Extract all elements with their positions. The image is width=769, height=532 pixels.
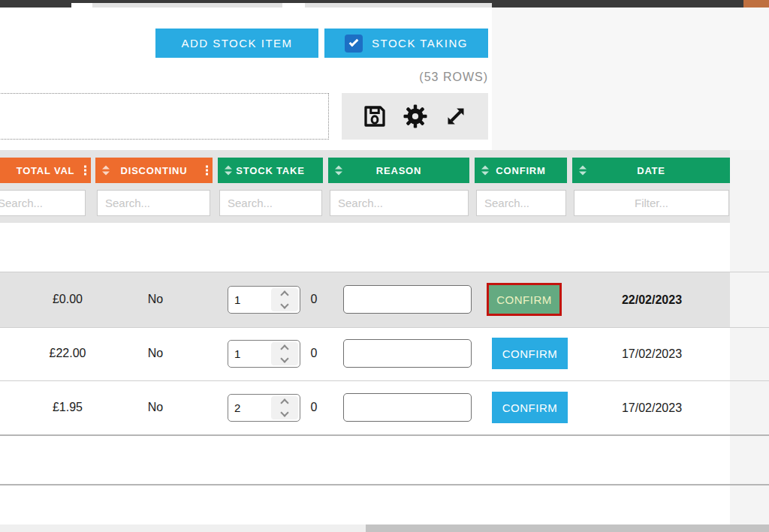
stock-take-quantity-input[interactable] — [228, 395, 270, 421]
filter-input-discontinued[interactable] — [97, 190, 210, 216]
row-divider — [0, 434, 769, 436]
row-divider — [0, 484, 769, 485]
cell-total-value: £1.95 — [15, 399, 120, 416]
spinner-buttons[interactable] — [271, 396, 298, 419]
column-label: REASON — [376, 165, 421, 176]
spinner-up-icon[interactable] — [280, 344, 288, 353]
spinner-buttons[interactable] — [271, 342, 298, 365]
sort-icon[interactable] — [481, 166, 489, 176]
stock-management-page: ADD STOCK ITEM STOCK TAKING (53 ROWS) — [0, 0, 769, 532]
stock-take-spinner[interactable] — [228, 286, 300, 314]
column-label: TOTAL VAL — [17, 165, 75, 176]
add-stock-item-label: ADD STOCK ITEM — [181, 37, 292, 50]
cell-discontinued: No — [120, 399, 191, 416]
check-icon — [349, 38, 359, 47]
cell-date: 17/02/2023 — [588, 400, 716, 416]
column-header-stock-take[interactable]: STOCK TAKE — [218, 158, 323, 183]
cell-discontinued: No — [120, 291, 191, 308]
stock-taking-label: STOCK TAKING — [372, 37, 468, 50]
table-toolbar — [342, 93, 488, 140]
spinner-down-icon[interactable] — [280, 408, 288, 416]
reason-input[interactable] — [343, 285, 472, 314]
spinner-up-icon[interactable] — [280, 290, 288, 299]
column-label: DATE — [637, 165, 665, 176]
row-divider — [0, 327, 769, 328]
rows-count-label: (53 ROWS) — [323, 71, 488, 84]
confirm-button[interactable]: CONFIRM — [492, 392, 568, 423]
reason-input[interactable] — [343, 339, 472, 368]
filter-input-date[interactable] — [574, 190, 729, 216]
column-header-total-value[interactable]: TOTAL VAL — [0, 158, 91, 183]
stock-taking-checkbox[interactable] — [345, 35, 363, 53]
cell-counted: 0 — [305, 399, 323, 416]
stock-take-quantity-input[interactable] — [228, 341, 270, 367]
sort-icon[interactable] — [335, 166, 342, 176]
row-divider — [0, 380, 769, 381]
settings-icon[interactable] — [401, 102, 430, 131]
column-label: STOCK TAKE — [236, 165, 304, 176]
stock-take-spinner[interactable] — [228, 340, 300, 368]
filter-input-confirm[interactable] — [476, 190, 566, 216]
sort-icon[interactable] — [579, 166, 587, 176]
confirm-button[interactable]: CONFIRM — [492, 338, 568, 369]
column-header-discontinued[interactable]: DISCONTINU — [95, 158, 213, 183]
column-header-reason[interactable]: REASON — [328, 158, 469, 183]
cell-discontinued: No — [120, 345, 191, 362]
sort-icon[interactable] — [102, 166, 110, 176]
add-stock-item-button[interactable]: ADD STOCK ITEM — [155, 29, 318, 58]
cell-total-value: £0.00 — [15, 291, 120, 308]
page-background-right — [492, 8, 769, 152]
column-label: DISCONTINU — [121, 165, 188, 176]
page-background-strip — [730, 150, 769, 524]
tab-gap — [71, 3, 92, 8]
sort-icon[interactable] — [225, 166, 232, 176]
expand-icon[interactable] — [442, 102, 470, 131]
filter-input-reason[interactable] — [330, 190, 469, 216]
cell-date: 22/02/2023 — [588, 292, 716, 308]
column-menu-icon[interactable] — [206, 166, 208, 176]
column-menu-icon[interactable] — [84, 166, 86, 176]
column-header-confirm[interactable]: CONFIRM — [475, 158, 567, 183]
quick-search-box[interactable] — [0, 93, 329, 140]
spinner-down-icon[interactable] — [280, 354, 288, 362]
browser-tab-orange — [743, 0, 769, 8]
stock-taking-toggle-button[interactable]: STOCK TAKING — [324, 29, 488, 58]
stock-take-quantity-input[interactable] — [228, 287, 270, 313]
cell-date: 17/02/2023 — [588, 346, 716, 362]
spinner-buttons[interactable] — [271, 288, 298, 311]
spinner-up-icon[interactable] — [280, 398, 288, 407]
tab-edge — [92, 3, 282, 8]
confirm-button-selected[interactable]: CONFIRM — [487, 283, 562, 316]
cell-counted: 0 — [305, 345, 323, 362]
stock-take-spinner[interactable] — [228, 394, 300, 422]
horizontal-scrollbar-thumb[interactable] — [366, 524, 769, 532]
filter-input-stock-take[interactable] — [219, 190, 322, 216]
column-label: CONFIRM — [496, 165, 545, 176]
filter-input-total-value[interactable] — [0, 190, 86, 216]
cell-counted: 0 — [305, 291, 323, 308]
spinner-down-icon[interactable] — [280, 300, 288, 308]
reason-input[interactable] — [343, 393, 472, 422]
tab-gap — [282, 3, 305, 8]
column-header-date[interactable]: DATE — [572, 158, 730, 183]
tab-edge — [305, 3, 492, 8]
cell-total-value: £22.00 — [15, 345, 120, 362]
save-icon[interactable] — [360, 102, 389, 131]
